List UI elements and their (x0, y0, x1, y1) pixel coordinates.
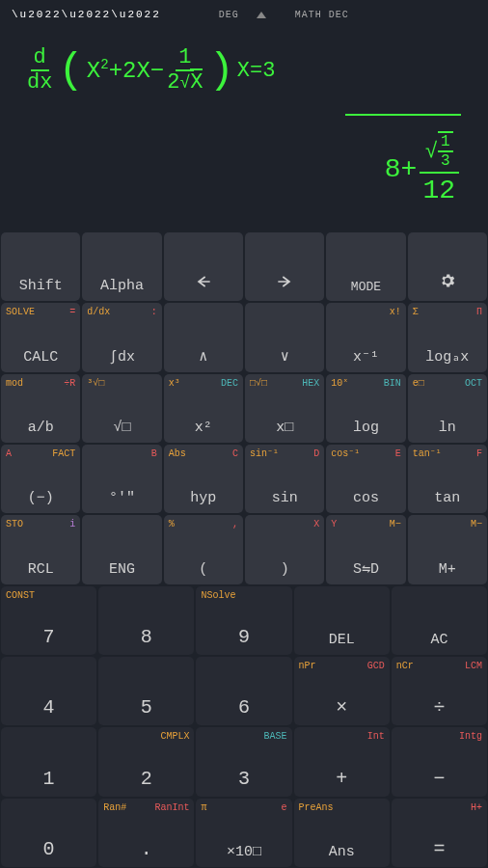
input-expression: d dx ( X2+2X− 1 2√X ) X=3 (24, 46, 275, 95)
subtract-key[interactable]: Intg− (392, 727, 487, 796)
calc-display: d dx ( X2+2X− 1 2√X ) X=3 8+ √ 1 3 12 (0, 29, 488, 231)
result-divider (345, 114, 461, 116)
mode-key[interactable]: MODE (326, 232, 405, 301)
down-key[interactable]: ∨ (245, 303, 324, 371)
ln-key[interactable]: e□OCTln (408, 374, 487, 443)
rcl-key[interactable]: STOiRCL (1, 515, 80, 583)
settings-key[interactable] (408, 232, 487, 301)
key-7[interactable]: CONST7 (1, 586, 96, 655)
key-0[interactable]: 0 (1, 799, 96, 867)
mplus-key[interactable]: M−M+ (408, 515, 487, 583)
equals-key[interactable]: H+= (392, 799, 487, 867)
multiply-key[interactable]: nPrGCD× (294, 657, 390, 725)
left-key[interactable] (164, 232, 243, 301)
fraction-key[interactable]: mod÷Ra/b (1, 374, 80, 443)
divide-key[interactable]: nCrLCM÷ (392, 657, 487, 725)
negate-key[interactable]: AFACT(−) (1, 445, 80, 513)
logax-key[interactable]: ΣΠlogₐx (408, 303, 487, 371)
power-key[interactable]: □√□HEXx□ (245, 374, 324, 443)
decimal-key[interactable]: Ran#RanInt. (98, 799, 194, 867)
key-3[interactable]: BASE3 (196, 727, 291, 796)
tan-key[interactable]: tan⁻¹Ftan (408, 445, 487, 513)
square-key[interactable]: x³DECx² (164, 374, 243, 443)
shift-key[interactable]: Shift (1, 232, 80, 301)
key-8[interactable]: 8 (98, 586, 194, 655)
up-key[interactable]: ∧ (164, 303, 243, 371)
angle-mode[interactable]: DEG (219, 10, 239, 20)
math-mode[interactable]: MATH DEC (295, 10, 349, 20)
right-key[interactable] (245, 232, 324, 301)
alpha-key[interactable]: Alpha (82, 232, 161, 301)
rparen-key[interactable]: X) (245, 515, 324, 583)
add-key[interactable]: Int+ (294, 727, 390, 796)
sqrt-key[interactable]: ³√□√□ (82, 374, 161, 443)
exp10-key[interactable]: πe×10□ (196, 799, 291, 867)
key-6[interactable]: 6 (196, 657, 291, 725)
key-4[interactable]: 4 (1, 657, 96, 725)
gear-icon (439, 272, 456, 289)
del-key[interactable]: DEL (294, 586, 390, 655)
cos-key[interactable]: cos⁻¹Ecos (326, 445, 405, 513)
key-1[interactable]: 1 (1, 727, 96, 796)
result-expression: 8+ √ 1 3 12 (385, 131, 461, 207)
top-bar: \u2022\u2022\u2022 DEG MATH DEC (0, 0, 488, 29)
dms-key[interactable]: B°'" (82, 445, 161, 513)
arrow-left-icon (194, 274, 213, 289)
key-9[interactable]: NSolve9 (196, 586, 291, 655)
key-2[interactable]: CMPLX2 (98, 727, 194, 796)
log-key[interactable]: 10ˣBINlog (326, 374, 405, 443)
arrow-right-icon (275, 274, 294, 289)
sd-key[interactable]: YM−S⇋D (326, 515, 405, 583)
hyp-key[interactable]: AbsChyp (164, 445, 243, 513)
sin-key[interactable]: sin⁻¹Dsin (245, 445, 324, 513)
inverse-key[interactable]: x!x⁻¹ (326, 303, 405, 371)
integral-key[interactable]: d/dx:∫dx (82, 303, 161, 371)
calc-key[interactable]: SOLVE=CALC (1, 303, 80, 371)
lparen-key[interactable]: %,( (164, 515, 243, 583)
eng-key[interactable]: ENG (82, 515, 161, 583)
keypad: Shift Alpha MODE SOLVE=CALC d/dx:∫dx ∧ ∨… (0, 231, 488, 868)
triangle-up-icon[interactable] (257, 12, 266, 18)
key-5[interactable]: 5 (98, 657, 194, 725)
ans-key[interactable]: PreAnsAns (294, 799, 390, 867)
more-icon[interactable]: \u2022\u2022\u2022 (12, 9, 161, 20)
ac-key[interactable]: AC (392, 586, 487, 655)
